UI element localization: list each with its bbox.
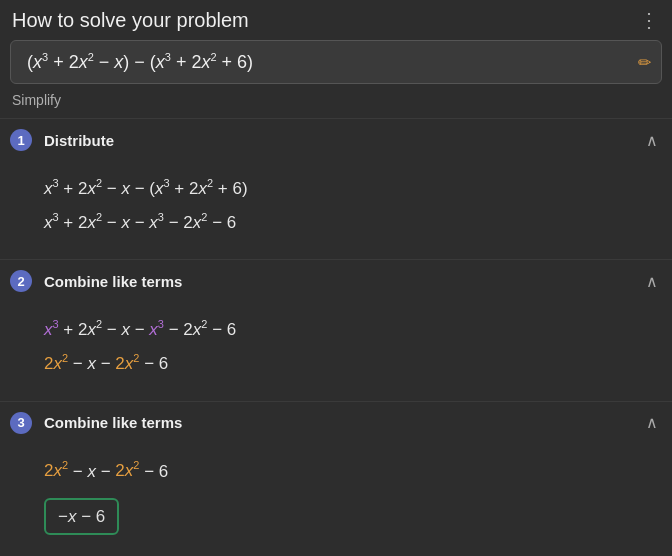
step-2-header[interactable]: 2 Combine like terms ∧ [0,259,672,302]
step-3-line-2: −x − 6 [44,492,658,536]
step-2-line-1: x3 + 2x2 − x − x3 − 2x2 − 6 [44,316,658,342]
step-1-chevron: ∧ [646,131,658,150]
step-1: 1 Distribute ∧ x3 + 2x2 − x − (x3 + 2x2 … [0,118,672,257]
edit-icon[interactable]: ✏ [638,53,651,72]
final-result: −x − 6 [44,498,119,536]
step-3-number: 3 [10,412,32,434]
step-2-line-2: 2x2 − x − 2x2 − 6 [44,350,658,376]
step-2-number: 2 [10,270,32,292]
page: How to solve your problem ⋮ (x3 + 2x2 − … [0,0,672,556]
step-2-content: x3 + 2x2 − x − x3 − 2x2 − 6 2x2 − x − 2x… [0,302,672,398]
main-expression: (x3 + 2x2 − x) − (x3 + 2x2 + 6) [27,52,253,72]
step-1-line-2: x3 + 2x2 − x − x3 − 2x2 − 6 [44,209,658,235]
expression-box: (x3 + 2x2 − x) − (x3 + 2x2 + 6) ✏ [10,40,662,84]
simplify-label: Simplify [0,88,672,116]
step-3-title: Combine like terms [44,414,646,431]
step-1-title: Distribute [44,132,646,149]
step-3-header[interactable]: 3 Combine like terms ∧ [0,401,672,444]
page-title: How to solve your problem [12,9,249,32]
step-1-line-1: x3 + 2x2 − x − (x3 + 2x2 + 6) [44,175,658,201]
more-menu-icon[interactable]: ⋮ [639,8,660,32]
header: How to solve your problem ⋮ [0,0,672,38]
step-2: 2 Combine like terms ∧ x3 + 2x2 − x − x3… [0,259,672,398]
step-3-chevron: ∧ [646,413,658,432]
step-1-number: 1 [10,129,32,151]
step-1-content: x3 + 2x2 − x − (x3 + 2x2 + 6) x3 + 2x2 −… [0,161,672,257]
step-1-header[interactable]: 1 Distribute ∧ [0,118,672,161]
step-3: 3 Combine like terms ∧ 2x2 − x − 2x2 − 6… [0,401,672,556]
step-3-content: 2x2 − x − 2x2 − 6 −x − 6 [0,444,672,556]
step-2-title: Combine like terms [44,273,646,290]
step-3-line-1: 2x2 − x − 2x2 − 6 [44,458,658,484]
step-2-chevron: ∧ [646,272,658,291]
